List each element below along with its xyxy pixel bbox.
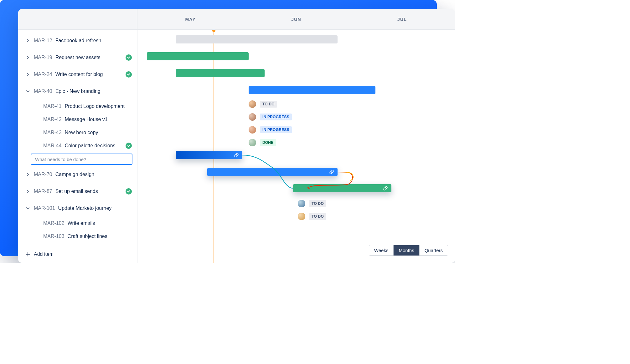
zoom-quarters-button[interactable]: Quarters [419, 245, 448, 255]
dependency-link-3 [137, 30, 455, 263]
issue-key: MAR-44 [43, 143, 62, 149]
status-badge-todo[interactable]: TO DO [309, 200, 326, 207]
issue-key: MAR-19 [34, 55, 52, 60]
status-badge-todo[interactable]: TO DO [309, 213, 326, 220]
chevron-right-icon[interactable] [25, 55, 31, 60]
issue-row-mar-101[interactable]: MAR-101 Update Marketo journey [18, 200, 137, 217]
gantt-bar-mar-24[interactable] [176, 69, 265, 77]
issue-title: Product Logo development [65, 104, 125, 109]
chevron-right-icon[interactable] [25, 189, 31, 194]
gantt-bar-mar-70[interactable] [207, 168, 338, 176]
done-check-icon [126, 188, 132, 195]
issue-row-mar-41[interactable]: MAR-41 Product Logo development [18, 100, 137, 113]
issue-title: Write content for blog [55, 72, 103, 77]
issue-row-mar-87[interactable]: MAR-87 Set up email sends [18, 183, 137, 200]
zoom-weeks-button[interactable]: Weeks [369, 245, 394, 255]
issue-row-mar-42[interactable]: MAR-42 Message House v1 [18, 113, 137, 126]
zoom-segmented-control: Weeks Months Quarters [369, 245, 448, 256]
status-badge-inprogress[interactable]: IN PROGRESS [260, 126, 292, 133]
today-marker-dot [212, 30, 215, 32]
issue-key: MAR-41 [43, 104, 62, 109]
issue-row-mar-24[interactable]: MAR-24 Write content for blog [18, 66, 137, 83]
chevron-down-icon[interactable] [25, 88, 31, 94]
month-column-jul: JUL [349, 9, 455, 29]
done-check-icon [126, 143, 132, 149]
issue-title: Request new assets [55, 55, 101, 60]
add-item-button[interactable]: Add item [25, 251, 54, 257]
issue-title: Update Marketo journey [58, 205, 112, 211]
chevron-right-icon[interactable] [25, 172, 31, 177]
issue-key: MAR-102 [43, 220, 65, 226]
issue-title: Color palette decisions [65, 143, 116, 149]
add-item-label: Add item [34, 251, 54, 257]
chevron-right-icon[interactable] [25, 38, 31, 43]
issue-key: MAR-12 [34, 38, 52, 43]
issue-key: MAR-40 [34, 88, 52, 94]
month-column-may: MAY [137, 9, 243, 29]
issue-row-mar-12[interactable]: MAR-12 Facebook ad refresh [18, 32, 137, 49]
gantt-bar-mar-19[interactable] [147, 52, 248, 60]
issue-key: MAR-24 [34, 72, 52, 77]
gantt-bar-mar-12[interactable] [176, 35, 338, 43]
assignee-avatar[interactable] [298, 213, 305, 220]
new-issue-input[interactable] [31, 154, 132, 165]
issue-key: MAR-43 [43, 130, 62, 135]
assignee-avatar[interactable] [249, 113, 256, 121]
assignee-avatar[interactable] [249, 100, 256, 108]
assignee-avatar[interactable] [249, 126, 256, 134]
assignee-avatar[interactable] [298, 200, 305, 207]
link-icon [234, 152, 239, 158]
plus-icon [25, 251, 31, 257]
issue-row-mar-102[interactable]: MAR-102 Write emails [18, 217, 137, 230]
roadmap-panel: MAY JUN JUL MAR-12 Facebook ad refresh M… [18, 9, 455, 263]
timeline-canvas[interactable]: TO DO IN PROGRESS IN PROGRESS DONE TO [137, 30, 455, 263]
issue-sidebar: MAR-12 Facebook ad refresh MAR-19 Reques… [18, 30, 137, 263]
done-check-icon [126, 54, 132, 61]
gantt-bar-mar-40[interactable] [249, 86, 376, 94]
issue-row-mar-19[interactable]: MAR-19 Request new assets [18, 49, 137, 66]
dependency-link-1 [137, 30, 455, 263]
issue-row-mar-43[interactable]: MAR-43 New hero copy [18, 126, 137, 139]
status-badge-inprogress[interactable]: IN PROGRESS [260, 114, 292, 120]
header-sidebar-spacer [18, 9, 137, 29]
issue-key: MAR-101 [34, 205, 55, 211]
link-icon [329, 169, 334, 175]
issue-title: Set up email sends [55, 189, 98, 194]
issue-title: New hero copy [65, 130, 98, 135]
issue-key: MAR-42 [43, 117, 62, 122]
issue-row-mar-70[interactable]: MAR-70 Campaign design [18, 166, 137, 183]
assignee-avatar[interactable] [249, 139, 256, 146]
issue-title: Campaign design [55, 172, 95, 177]
issue-row-mar-40[interactable]: MAR-40 Epic - New branding [18, 83, 137, 100]
issue-key: MAR-87 [34, 189, 52, 194]
chevron-down-icon[interactable] [25, 205, 31, 211]
zoom-months-button[interactable]: Months [393, 245, 419, 255]
gantt-bar-new-item[interactable] [176, 151, 242, 159]
status-badge-todo[interactable]: TO DO [260, 101, 277, 108]
issue-key: MAR-70 [34, 172, 52, 177]
issue-row-mar-44[interactable]: MAR-44 Color palette decisions [18, 139, 137, 152]
link-icon [383, 185, 388, 191]
issue-title: Craft subject lines [68, 234, 107, 239]
issue-title: Facebook ad refresh [55, 38, 101, 43]
issue-row-mar-103[interactable]: MAR-103 Craft subject lines [18, 230, 137, 243]
timeline-header: MAY JUN JUL [18, 9, 455, 30]
done-check-icon [126, 71, 132, 78]
issue-title: Epic - New branding [55, 88, 101, 94]
issue-title: Message House v1 [65, 117, 108, 122]
month-column-jun: JUN [243, 9, 349, 29]
today-marker-line [214, 30, 214, 263]
new-issue-input-row [18, 152, 137, 166]
gantt-bar-mar-87[interactable] [293, 184, 391, 192]
issue-key: MAR-103 [43, 234, 65, 239]
status-badge-done[interactable]: DONE [260, 139, 276, 146]
chevron-right-icon[interactable] [25, 72, 31, 77]
issue-title: Write emails [68, 220, 95, 226]
dependency-link-2 [137, 30, 455, 263]
